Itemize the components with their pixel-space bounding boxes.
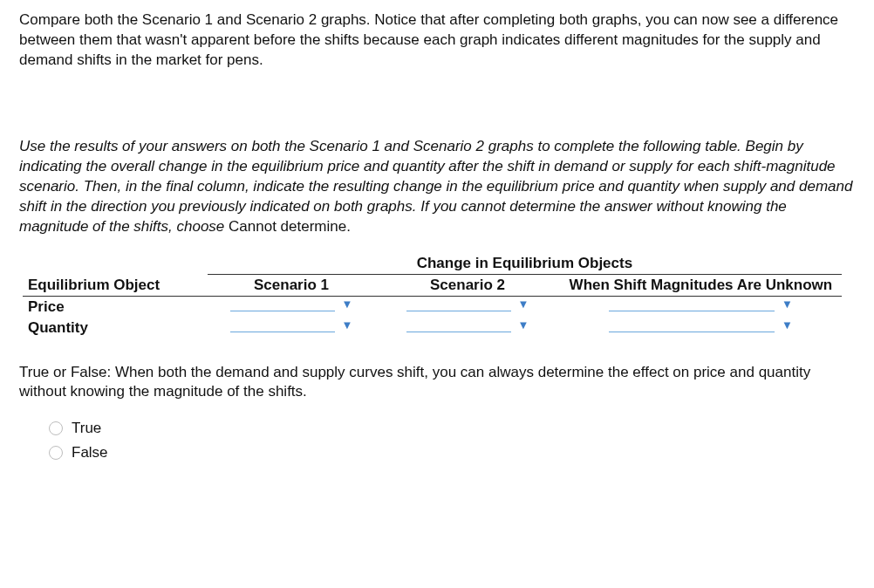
instructions-literal: Cannot determine. — [229, 218, 351, 235]
tf-options: True False — [49, 420, 855, 462]
table-row: Quantity ▼ ▼ ▼ — [23, 318, 842, 338]
results-table: Change in Equilibrium Objects Equilibriu… — [23, 253, 842, 338]
chevron-down-icon: ▼ — [782, 318, 793, 332]
chevron-down-icon: ▼ — [518, 318, 529, 332]
true-false-question: True or False: When both the demand and … — [19, 363, 855, 403]
quantity-scenario1-select[interactable]: ▼ — [230, 319, 353, 332]
option-false[interactable]: False — [49, 444, 855, 462]
quantity-unknown-select[interactable]: ▼ — [609, 319, 793, 332]
table-spanning-header: Change in Equilibrium Objects — [208, 253, 842, 275]
chevron-down-icon: ▼ — [342, 318, 353, 332]
chevron-down-icon: ▼ — [342, 297, 353, 311]
row-label-price: Price — [23, 296, 208, 318]
price-scenario2-select[interactable]: ▼ — [406, 298, 529, 311]
quantity-scenario2-select[interactable]: ▼ — [406, 319, 529, 332]
col-scenario-2: Scenario 2 — [375, 274, 560, 296]
instructions: Use the results of your answers on both … — [19, 137, 855, 237]
radio-icon — [49, 421, 63, 435]
chevron-down-icon: ▼ — [518, 297, 529, 311]
price-unknown-select[interactable]: ▼ — [609, 298, 793, 311]
table-row: Price ▼ ▼ ▼ — [23, 296, 842, 318]
intro-paragraph: Compare both the Scenario 1 and Scenario… — [19, 10, 855, 71]
option-true-label: True — [72, 420, 101, 437]
instructions-italic: Use the results of your answers on both … — [19, 138, 852, 235]
col-unknown: When Shift Magnitudes Are Unknown — [560, 274, 842, 296]
option-true[interactable]: True — [49, 420, 855, 437]
option-false-label: False — [72, 444, 108, 462]
row-label-quantity: Quantity — [23, 318, 208, 338]
price-scenario1-select[interactable]: ▼ — [230, 298, 353, 311]
col-scenario-1: Scenario 1 — [208, 274, 375, 296]
col-equilibrium: Equilibrium Object — [23, 274, 208, 296]
radio-icon — [49, 446, 63, 460]
chevron-down-icon: ▼ — [782, 297, 793, 311]
